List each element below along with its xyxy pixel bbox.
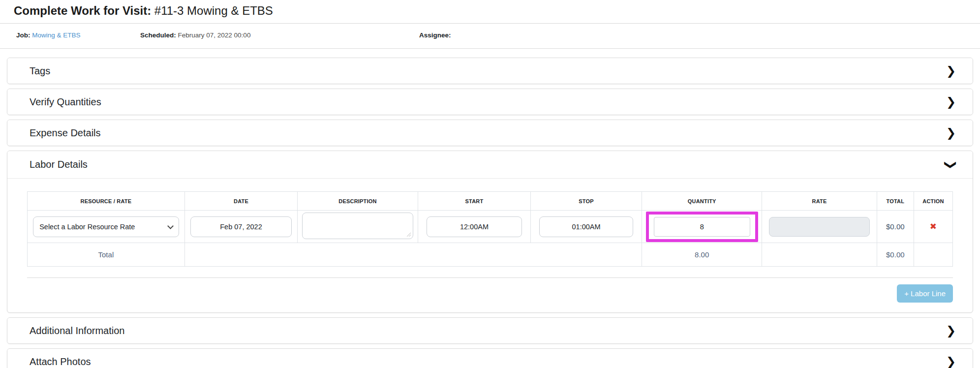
assignee-label: Assignee: [419,31,451,39]
section-attach-photos-header[interactable]: Attach Photos ❯ [7,349,973,368]
col-header-description: DESCRIPTION [298,192,418,211]
totals-label-cell: Total [28,243,185,267]
start-time-input[interactable] [427,216,522,237]
row-total-cell: $0.00 [877,211,914,243]
labor-footer-divider [27,277,953,278]
description-wrap [302,213,413,241]
section-tags: Tags ❯ [7,58,973,84]
section-additional-information-label: Additional Information [30,325,124,337]
labor-details-body: RESOURCE / RATE DATE DESCRIPTION START S… [7,179,973,312]
section-labor-details-label: Labor Details [30,159,88,170]
labor-totals-row: Total 8.00 $0.00 [28,243,953,267]
stop-cell [531,211,642,243]
stop-time-input[interactable] [539,216,633,237]
date-input[interactable] [190,216,292,237]
col-header-resource-rate: RESOURCE / RATE [28,192,185,211]
section-attach-photos-label: Attach Photos [30,356,91,368]
col-header-action: ACTION [914,192,952,211]
section-verify-quantities-label: Verify Quantities [30,96,101,108]
section-tags-label: Tags [30,65,50,77]
chevron-right-icon[interactable]: ❯ [946,96,956,108]
chevron-right-icon[interactable]: ❯ [946,356,956,368]
section-labor-details-header[interactable]: Labor Details ❯ [7,151,973,179]
job-label: Job: [16,31,31,39]
job-info: Job: Mowing & ETBS [16,31,81,39]
quantity-input[interactable] [654,217,750,237]
section-verify-quantities: Verify Quantities ❯ [7,89,973,115]
col-header-start: START [418,192,530,211]
start-cell [418,211,530,243]
section-attach-photos: Attach Photos ❯ [7,348,973,368]
section-tags-header[interactable]: Tags ❯ [7,58,973,84]
section-labor-details: Labor Details ❯ RESOURCE / RATE DATE DES… [7,151,973,313]
quantity-highlight-box [646,212,758,242]
resource-rate-select[interactable]: Select a Labor Resource Rate [33,216,179,237]
date-cell [184,211,297,243]
scheduled-info: Scheduled: February 07, 2022 00:00 [140,31,250,39]
resource-rate-cell: Select a Labor Resource Rate [28,211,185,243]
quantity-cell [642,211,762,243]
totals-quantity-cell: 8.00 [642,243,762,267]
visit-info-bar: Job: Mowing & ETBS Scheduled: February 0… [0,23,980,49]
col-header-stop: STOP [531,192,642,211]
section-additional-information-header[interactable]: Additional Information ❯ [7,318,973,343]
rate-input [769,217,869,237]
chevron-right-icon[interactable]: ❯ [946,325,956,337]
add-labor-line-button[interactable]: + Labor Line [897,284,953,303]
section-additional-information: Additional Information ❯ [7,317,973,344]
chevron-down-icon[interactable]: ❯ [945,160,957,170]
assignee-info: Assignee: [419,31,451,39]
description-cell [298,211,418,243]
resource-rate-select-wrap: Select a Labor Resource Rate [33,216,179,237]
labor-row: Select a Labor Resource Rate [28,211,953,243]
col-header-date: DATE [184,192,297,211]
accordion-sections: Tags ❯ Verify Quantities ❯ Expense Detai… [7,58,973,368]
chevron-right-icon[interactable]: ❯ [946,65,956,77]
section-expense-details-header[interactable]: Expense Details ❯ [7,120,973,146]
labor-table: RESOURCE / RATE DATE DESCRIPTION START S… [27,191,953,267]
section-expense-details-label: Expense Details [30,127,101,139]
col-header-quantity: QUANTITY [642,192,762,211]
chevron-right-icon[interactable]: ❯ [946,127,956,139]
section-verify-quantities-header[interactable]: Verify Quantities ❯ [7,89,973,115]
rate-cell [762,211,877,243]
description-textarea[interactable] [302,213,413,239]
labor-button-row: + Labor Line [27,284,953,303]
col-header-total: TOTAL [877,192,914,211]
totals-total-cell: $0.00 [877,243,914,267]
section-expense-details: Expense Details ❯ [7,120,973,146]
col-header-rate: RATE [762,192,877,211]
job-link[interactable]: Mowing & ETBS [32,31,80,39]
delete-row-icon[interactable]: ✖ [930,222,937,231]
totals-action-cell [914,243,952,267]
scheduled-label: Scheduled: [140,31,176,39]
labor-table-header-row: RESOURCE / RATE DATE DESCRIPTION START S… [28,192,953,211]
row-action-cell: ✖ [914,211,952,243]
scheduled-value: February 07, 2022 00:00 [178,31,251,39]
page-title-label: Complete Work for Visit: [14,4,151,17]
page-title-value: #11-3 Mowing & ETBS [154,4,273,17]
page-title: Complete Work for Visit: #11-3 Mowing & … [14,3,980,18]
totals-spacer-cell [184,243,642,267]
totals-rate-cell [762,243,877,267]
